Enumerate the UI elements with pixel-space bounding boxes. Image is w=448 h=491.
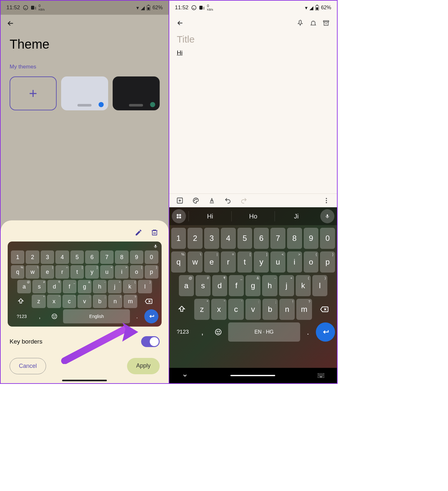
theme-dark[interactable] <box>113 76 160 110</box>
key-m[interactable]: m? <box>124 295 138 308</box>
key-9[interactable]: 9 <box>130 250 143 264</box>
key-u[interactable]: u< <box>270 251 285 273</box>
key-t[interactable]: t[ <box>70 265 84 279</box>
theme-light[interactable] <box>61 76 108 110</box>
key-h[interactable]: h- <box>262 275 277 296</box>
key-p[interactable]: p} <box>320 251 335 273</box>
key-e[interactable]: e| <box>204 251 219 273</box>
pin-icon[interactable] <box>296 19 305 28</box>
undo-icon[interactable] <box>224 197 231 204</box>
cancel-button[interactable]: Cancel <box>10 358 46 374</box>
key-s[interactable]: s# <box>32 280 46 293</box>
key-7[interactable]: 7 <box>270 228 285 249</box>
key-6[interactable]: 6 <box>85 250 99 264</box>
key-d[interactable]: d₹ <box>47 280 61 293</box>
key-o[interactable]: o{ <box>304 251 319 273</box>
mic-icon[interactable] <box>320 209 334 223</box>
shift-key[interactable] <box>171 299 193 320</box>
key-d[interactable]: d₹ <box>212 275 227 296</box>
suggestion-1[interactable]: Hi <box>188 211 232 221</box>
key-v[interactable]: v: <box>245 299 261 320</box>
key-g[interactable]: g& <box>245 275 260 296</box>
backspace-key[interactable] <box>314 299 335 320</box>
edit-icon[interactable] <box>135 229 142 236</box>
key-1[interactable]: 1 <box>171 228 186 249</box>
key-s[interactable]: s# <box>196 275 211 296</box>
key-z[interactable]: z* <box>194 299 210 320</box>
key-y[interactable]: y] <box>254 251 269 273</box>
archive-icon[interactable] <box>322 19 331 28</box>
key-g[interactable]: g& <box>78 280 92 293</box>
key-5[interactable]: 5 <box>70 250 84 264</box>
key-w[interactable]: w\ <box>188 251 203 273</box>
key-borders-toggle[interactable] <box>141 336 160 347</box>
enter-key[interactable] <box>144 309 158 323</box>
key-l[interactable]: l) <box>138 280 152 293</box>
reminder-icon[interactable] <box>309 19 318 28</box>
comma-key[interactable]: , <box>34 309 46 323</box>
key-4[interactable]: 4 <box>55 250 69 264</box>
enter-key[interactable] <box>316 322 335 342</box>
nav-pill[interactable] <box>230 375 275 376</box>
palette-icon[interactable] <box>192 197 199 204</box>
key-n[interactable]: n! <box>108 295 122 308</box>
symbols-key[interactable]: ?123 <box>171 322 195 342</box>
key-0[interactable]: 0 <box>145 250 158 264</box>
nav-collapse-icon[interactable] <box>182 373 188 378</box>
key-c[interactable]: c' <box>62 295 76 308</box>
key-a[interactable]: a@ <box>17 280 31 293</box>
backspace-key[interactable] <box>139 295 158 308</box>
theme-add-button[interactable]: + <box>10 76 57 110</box>
key-q[interactable]: q% <box>171 251 186 273</box>
note-body[interactable]: Hi <box>177 49 330 56</box>
apps-icon[interactable] <box>172 209 186 223</box>
key-c[interactable]: c' <box>228 299 244 320</box>
key-8[interactable]: 8 <box>115 250 128 264</box>
key-8[interactable]: 8 <box>287 228 302 249</box>
suggestion-3[interactable]: Ji <box>275 211 318 221</box>
key-2[interactable]: 2 <box>188 228 203 249</box>
keyboard-switch-icon[interactable] <box>318 373 324 378</box>
back-icon[interactable] <box>6 19 163 28</box>
key-j[interactable]: j+ <box>279 275 294 296</box>
text-format-icon[interactable] <box>208 197 215 204</box>
delete-icon[interactable] <box>151 229 158 236</box>
key-r[interactable]: r= <box>55 265 69 279</box>
more-icon[interactable] <box>323 197 330 204</box>
key-1[interactable]: 1 <box>11 250 24 264</box>
key-o[interactable]: o{ <box>130 265 143 279</box>
key-w[interactable]: w\ <box>26 265 39 279</box>
key-q[interactable]: q% <box>11 265 24 279</box>
symbols-key[interactable]: ?123 <box>11 309 33 323</box>
key-z[interactable]: z* <box>32 295 46 308</box>
key-u[interactable]: u< <box>100 265 114 279</box>
key-p[interactable]: p} <box>145 265 158 279</box>
key-k[interactable]: k( <box>296 275 311 296</box>
key-f[interactable]: f_ <box>63 280 76 293</box>
key-x[interactable]: x" <box>211 299 227 320</box>
key-v[interactable]: v: <box>77 295 92 308</box>
key-5[interactable]: 5 <box>237 228 252 249</box>
key-y[interactable]: y] <box>85 265 99 279</box>
key-i[interactable]: i> <box>287 251 302 273</box>
key-0[interactable]: 0 <box>320 228 335 249</box>
period-key[interactable]: . <box>302 322 314 342</box>
key-7[interactable]: 7 <box>100 250 114 264</box>
key-f[interactable]: f_ <box>229 275 244 296</box>
key-2[interactable]: 2 <box>26 250 39 264</box>
shift-key[interactable] <box>11 295 30 308</box>
key-6[interactable]: 6 <box>254 228 269 249</box>
key-k[interactable]: k( <box>123 280 137 293</box>
key-m[interactable]: m? <box>296 299 312 320</box>
key-x[interactable]: x" <box>47 295 61 308</box>
key-a[interactable]: a@ <box>179 275 194 296</box>
emoji-key[interactable] <box>210 322 227 342</box>
key-3[interactable]: 3 <box>41 250 54 264</box>
key-i[interactable]: i> <box>115 265 128 279</box>
key-4[interactable]: 4 <box>221 228 236 249</box>
key-h[interactable]: h- <box>93 280 107 293</box>
key-9[interactable]: 9 <box>304 228 319 249</box>
key-r[interactable]: r= <box>221 251 236 273</box>
nav-pill[interactable] <box>62 380 107 381</box>
space-key[interactable]: EN · HG <box>228 322 300 342</box>
